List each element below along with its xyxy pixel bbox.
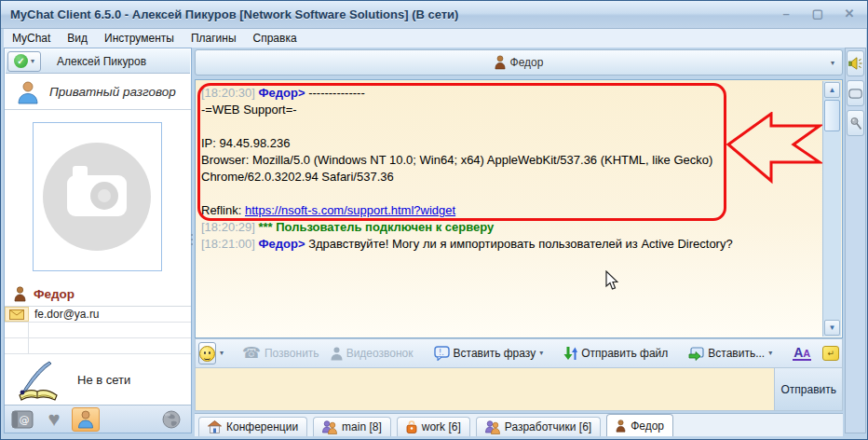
- insert-object-button[interactable]: Вставить... ▾: [683, 341, 778, 365]
- pin-button[interactable]: [847, 110, 864, 136]
- updown-arrows-icon: [563, 346, 577, 361]
- message-line: -=WEB Support=-: [201, 102, 814, 118]
- svg-text:!.: !.: [439, 349, 444, 357]
- author-name: Федор>: [258, 237, 305, 251]
- online-status-icon: ✓: [14, 54, 28, 68]
- pin-icon: [849, 117, 862, 131]
- heart-icon: ♥: [47, 409, 60, 430]
- smiley-icon: [199, 346, 215, 362]
- tab-fedor[interactable]: Федор: [606, 414, 673, 436]
- photo-panel: [5, 111, 191, 282]
- menu-plugins[interactable]: Плагины: [183, 30, 245, 47]
- tab-label: Конференции: [226, 420, 298, 433]
- reflink-url[interactable]: https://nsoft-s.com/support.html?widget: [245, 203, 455, 217]
- emoticons-button[interactable]: [198, 342, 216, 364]
- address-book-button[interactable]: @: [8, 407, 36, 432]
- emoticons-dropdown-icon[interactable]: ▾: [220, 350, 224, 357]
- mouse-cursor-icon: [605, 270, 618, 291]
- message-body: Здравствуйте! Могу ли я импортировать по…: [308, 237, 733, 251]
- svg-text:@: @: [20, 414, 30, 426]
- status-button[interactable]: ✓ ▾: [7, 51, 41, 72]
- private-talk-row[interactable]: Приватный разговор: [5, 75, 191, 110]
- scroll-down-icon[interactable]: ▼: [824, 320, 840, 336]
- chat-header-bar[interactable]: Федор ▾: [195, 49, 843, 76]
- scroll-up-icon[interactable]: ▲: [824, 82, 840, 98]
- call-label: Позвонить: [264, 347, 319, 360]
- blank-line: [201, 186, 814, 202]
- close-icon[interactable]: ✕: [841, 5, 858, 21]
- empty-grid-row: [5, 338, 191, 354]
- message-input[interactable]: [196, 368, 774, 410]
- reflink-label: Reflink:: [201, 203, 241, 217]
- chat-scrollbar[interactable]: ▲ ▼: [822, 81, 841, 337]
- lock-icon: [406, 420, 417, 433]
- font-format-button[interactable]: AA: [787, 341, 817, 365]
- chevron-down-icon: ▾: [31, 58, 34, 65]
- menu-mychat[interactable]: MyChat: [4, 30, 59, 47]
- tab-conferences[interactable]: Конференции: [198, 417, 307, 436]
- annotation-arrow-icon: [726, 112, 823, 185]
- person-brown-icon: [616, 419, 626, 433]
- menu-help[interactable]: Справка: [245, 30, 305, 47]
- menu-view[interactable]: Вид: [59, 30, 96, 47]
- contact-info-grid: fe.dor@ya.ru: [5, 307, 191, 354]
- insert-phrase-button[interactable]: !. Вставить фразу ▾: [428, 341, 549, 365]
- avatar-placeholder[interactable]: [33, 122, 162, 271]
- tab-main[interactable]: main [8]: [313, 417, 391, 436]
- contact-row[interactable]: Федор: [5, 282, 191, 307]
- maximize-icon[interactable]: ▢: [809, 5, 826, 21]
- last-phrase-button[interactable]: ↵: [817, 341, 845, 365]
- insert-image-icon: [688, 347, 704, 361]
- font-icon: AA: [793, 346, 811, 361]
- minimize-icon[interactable]: –: [778, 5, 794, 21]
- message-line: Browser: Mozilla/5.0 (Windows NT 10.0; W…: [201, 152, 814, 186]
- contact-name: Федор: [34, 287, 75, 301]
- title-bar: MyChat Client 6.5.0 - Алексей Пикуров [N…: [1, 1, 867, 29]
- scroll-thumb[interactable]: [824, 100, 840, 131]
- sidebar-header: ✓ ▾ Алексей Пикуров: [6, 49, 190, 74]
- email-icon-cell: [5, 307, 29, 322]
- window-controls: – ▢ ✕: [778, 5, 858, 21]
- tab-label: Разработчики [6]: [505, 420, 591, 433]
- quill-book-icon: [12, 358, 62, 403]
- composer-area: Отправить: [195, 368, 843, 411]
- contact-sidebar: ✓ ▾ Алексей Пикуров Приватный разговор: [4, 48, 192, 433]
- tab-work[interactable]: work [6]: [397, 417, 470, 436]
- chevron-down-icon[interactable]: ▾: [831, 60, 834, 67]
- favorites-button[interactable]: ♥: [40, 407, 68, 432]
- email-row[interactable]: fe.dor@ya.ru: [5, 307, 191, 323]
- tab-developers[interactable]: Разработчики [6]: [476, 417, 601, 436]
- send-file-button[interactable]: Отправить файл: [558, 341, 673, 365]
- person-blue-icon: [16, 79, 40, 105]
- address-book-icon: @: [11, 410, 34, 429]
- camera-icon: [34, 123, 161, 270]
- envelope-icon: [9, 309, 24, 320]
- message-body: --------------: [308, 86, 365, 100]
- video-call-label: Видеозвонок: [346, 347, 414, 360]
- window-mode-button[interactable]: [847, 80, 864, 106]
- menu-tools[interactable]: Инструменты: [96, 30, 183, 47]
- chat-panel: Федор ▾ [18:20:30] Федор> --------------…: [193, 48, 845, 438]
- globe-icon: [162, 410, 181, 429]
- rounded-window-icon: [848, 89, 862, 99]
- speaker-icon: [848, 57, 862, 70]
- person-contacts-icon: [77, 410, 94, 429]
- message-line: Reflink: https://nsoft-s.com/support.htm…: [201, 202, 814, 219]
- app-window: MyChat Client 6.5.0 - Алексей Пикуров [N…: [0, 0, 868, 440]
- history-icon: ↵: [822, 346, 839, 361]
- call-button: ☎ Позвонить: [237, 341, 325, 365]
- sound-button[interactable]: [847, 50, 864, 76]
- message-log: [18:20:30] Федор> -------------- -=WEB S…: [195, 79, 843, 338]
- tab-label: work [6]: [422, 420, 461, 433]
- contacts-button[interactable]: [72, 407, 100, 432]
- private-talk-label: Приватный разговор: [49, 85, 176, 99]
- system-message: *** Пользователь подключен к серверу: [258, 220, 494, 234]
- self-username: Алексей Пикуров: [41, 55, 190, 68]
- person-brown-icon: [14, 286, 26, 302]
- people-icon: [322, 420, 337, 434]
- web-button[interactable]: [157, 407, 185, 432]
- contact-email: fe.dor@ya.ru: [29, 307, 100, 322]
- timestamp: [18:20:29]: [201, 220, 255, 234]
- empty-grid-row: [5, 323, 191, 338]
- send-button[interactable]: Отправить: [775, 372, 842, 407]
